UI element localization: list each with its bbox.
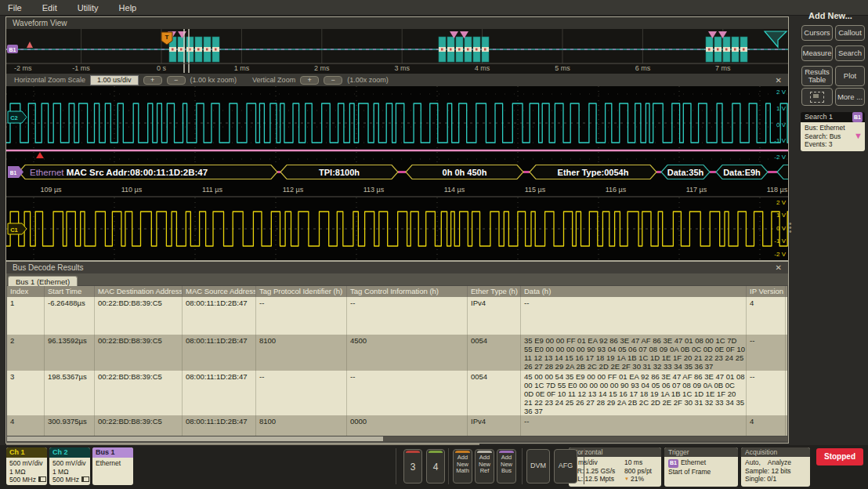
divider <box>584 448 584 484</box>
svg-text:2 ms: 2 ms <box>314 64 330 72</box>
svg-text:115 µs: 115 µs <box>525 186 546 194</box>
more-button[interactable]: More ... <box>835 88 865 106</box>
trigger-source: Ethernet <box>681 458 706 466</box>
search1-badge[interactable]: Search 1 B1 ▼ Bus: EthernetSearch: BusEv… <box>801 112 865 151</box>
channel-setting: 500 MHz <box>9 476 47 484</box>
add-new-math-button[interactable]: Add New Math <box>453 449 472 484</box>
overview-plot[interactable]: TB1-2 ms-1 ms0 s1 ms2 ms3 ms4 ms5 ms6 ms… <box>6 29 788 74</box>
column-header-index[interactable]: Index <box>7 286 45 297</box>
channel-badge-header: Ch 1 <box>6 447 47 458</box>
table-row[interactable]: 3198.5367µs00:22:BD:B8:39:C508:00:11:1D:… <box>7 371 787 415</box>
waveform-view-panel: Waveform View TB1-2 ms-1 ms0 s1 ms2 ms3 … <box>5 16 789 261</box>
menu-utility[interactable]: Utility <box>78 3 99 13</box>
horizontal-title: Horizontal <box>569 447 661 457</box>
menu-file[interactable]: File <box>8 3 22 13</box>
h-zoom-minus-button[interactable]: − <box>167 76 186 85</box>
horizontal-value: 1 ms/div <box>573 458 624 467</box>
v-zoom-minus-button[interactable]: − <box>324 76 342 85</box>
horizontal-zoom-scale-input[interactable]: 1.00 us/div <box>90 75 139 85</box>
zoom-view-close-icon[interactable]: ✕ <box>776 76 782 85</box>
waveform-view-title: Waveform View <box>6 17 788 29</box>
ch2-zoom-waveform[interactable]: C22 V1 V0 V-1 V-2 V <box>6 86 788 162</box>
channel-badge-body: Ethernet <box>92 458 133 468</box>
svg-text:112 µs: 112 µs <box>283 186 304 194</box>
add-new-measure-button[interactable]: Measure <box>801 45 833 61</box>
horizontal-value: ▼21% <box>624 475 660 484</box>
svg-text:B1: B1 <box>9 47 16 53</box>
ch1-zoom-waveform[interactable]: C12 V1 V0 V-1 V-2 V <box>6 197 788 260</box>
svg-text:-2 V: -2 V <box>774 154 786 161</box>
horizontal-settings-badge[interactable]: Horizontal 1 ms/div10 msSR: 1.25 GS/s800… <box>569 447 661 487</box>
cell: -- <box>347 297 468 335</box>
cell: 8100 <box>256 335 347 371</box>
trigger-settings-badge[interactable]: Trigger B1Ethernet Start of Frame <box>664 447 738 487</box>
bus1-decode-track[interactable]: Ethernet MAC Src Addr:08:00:11:1D:2B:47T… <box>6 162 788 182</box>
acquisition-settings-badge[interactable]: Acquisition Auto, AnalyzeSample: 12 bits… <box>741 447 810 487</box>
mask-button[interactable] <box>801 88 833 106</box>
cell: 08:00:11:1D:2B:47 <box>183 371 256 415</box>
search-info-line: Events: 3 <box>805 140 865 149</box>
add-new-cursors-button[interactable]: Cursors <box>801 25 833 41</box>
svg-text:Ethernet MAC Src Addr:08:00:1: Ethernet MAC Src Addr:08:00:11:1D:2B:47 <box>30 168 208 177</box>
horizontal-position-icon: ▼ <box>624 476 629 481</box>
run-stop-button[interactable]: Stopped <box>816 448 863 465</box>
mask-icon <box>810 92 824 103</box>
channel-badge-ch2[interactable]: Ch 2500 mV/div1 MΩ500 MHz <box>49 447 90 485</box>
table-row[interactable]: 4300.9375µs00:22:BD:B8:39:C508:00:11:1D:… <box>7 415 787 436</box>
bandwidth-icon <box>81 476 89 482</box>
svg-text:1 V: 1 V <box>776 212 787 219</box>
menu-bar: FileEditUtilityHelp <box>0 0 868 16</box>
cell: 96.13592µs <box>45 335 95 371</box>
table-row[interactable]: 1-6.26488µs00:22:BD:B8:39:C508:00:11:1D:… <box>7 297 787 335</box>
channel-3-button[interactable]: 3 <box>403 449 422 484</box>
column-header-start-time[interactable]: Start Time <box>45 286 95 297</box>
svg-text:0 s: 0 s <box>157 64 167 72</box>
dvm-button[interactable]: DVM <box>526 449 550 484</box>
column-header-tag-protocol-identifier-h-[interactable]: Tag Protocol Identifier (h) <box>256 286 347 297</box>
afg-button[interactable]: AFG <box>554 449 577 484</box>
channel-setting: 500 mV/div <box>52 459 90 468</box>
svg-text:4 ms: 4 ms <box>475 64 490 72</box>
v-zoom-plus-button[interactable]: + <box>300 76 319 85</box>
overview-strip[interactable]: TB1-2 ms-1 ms0 s1 ms2 ms3 ms4 ms5 ms6 ms… <box>6 29 788 74</box>
add-new-callout-button[interactable]: Callout <box>835 25 865 41</box>
svg-text:6 ms: 6 ms <box>635 64 651 72</box>
h-zoom-plus-button[interactable]: + <box>143 76 162 85</box>
acquisition-value: Single: 0/1 <box>745 475 810 484</box>
channel-badge-bus1[interactable]: Bus 1Ethernet <box>92 447 133 485</box>
cell: 4 <box>747 415 786 436</box>
column-header-tag-control-information-h-[interactable]: Tag Control Information (h) <box>347 286 468 297</box>
cell: 1 <box>7 297 45 335</box>
acquisition-title: Acquisition <box>741 447 810 457</box>
trigger-bus-badge: B1 <box>668 459 678 468</box>
add-new-results-table-button[interactable]: Results Table <box>801 66 833 86</box>
cell: 00:22:BD:B8:39:C5 <box>95 335 183 371</box>
results-hscrollbar[interactable] <box>7 436 787 441</box>
table-row[interactable]: 296.13592µs00:22:BD:B8:39:C508:00:11:1D:… <box>7 335 787 371</box>
column-header-data-h-[interactable]: Data (h) <box>521 286 747 297</box>
cell: -- <box>256 371 347 415</box>
column-header-ip-version[interactable]: IP Version <box>747 286 786 297</box>
column-header-ether-type-h-[interactable]: Ether Type (h) <box>468 286 521 297</box>
results-hscrollbar-thumb[interactable] <box>7 436 383 441</box>
results-table[interactable]: IndexStart TimeMAC Destination AddressMA… <box>7 286 787 436</box>
menu-help[interactable]: Help <box>119 3 137 13</box>
cell: 4500 <box>347 335 468 371</box>
acquisition-value: Sample: 12 bits <box>745 467 810 476</box>
svg-text:116 µs: 116 µs <box>606 186 627 194</box>
results-panel-close-icon[interactable]: ✕ <box>776 262 782 273</box>
add-new-ref-button[interactable]: Add New Ref <box>475 449 494 484</box>
svg-text:-1 V: -1 V <box>774 237 786 244</box>
channel-badge-ch1[interactable]: Ch 1500 mV/div1 MΩ500 MHz <box>6 447 47 485</box>
add-new-plot-button[interactable]: Plot <box>835 66 865 86</box>
bottom-status-bar: Horizontal 1 ms/div10 msSR: 1.25 GS/s800… <box>0 445 868 489</box>
divider <box>396 448 396 484</box>
add-new-bus-button[interactable]: Add New Bus <box>497 449 516 484</box>
channel-4-button[interactable]: 4 <box>426 449 445 484</box>
panel-splitter-handle[interactable]: ••• <box>789 222 792 234</box>
menu-edit[interactable]: Edit <box>42 3 57 13</box>
cell: -- <box>521 297 747 335</box>
add-new-search-button[interactable]: Search <box>835 45 865 61</box>
column-header-mac-source-address[interactable]: MAC Source Address <box>183 286 256 297</box>
column-header-mac-destination-address[interactable]: MAC Destination Address <box>95 286 183 297</box>
